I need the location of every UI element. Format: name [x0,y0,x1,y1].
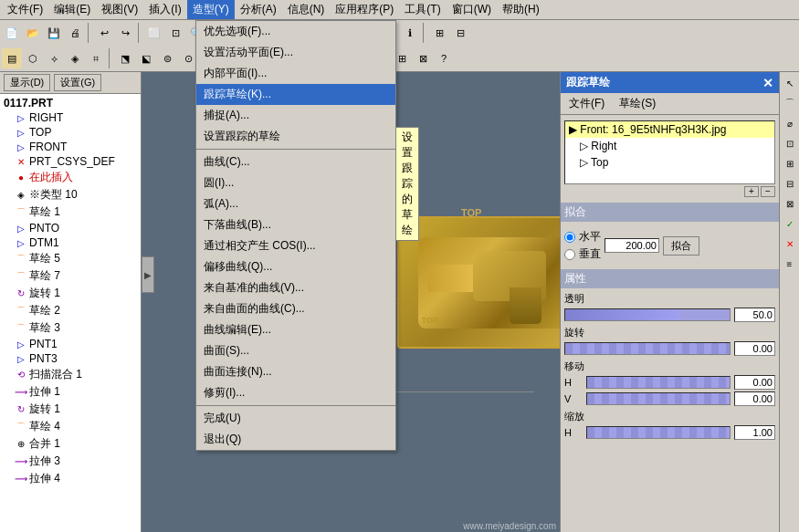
tree-item-front[interactable]: ▷ FRONT [2,140,139,154]
tb2-8[interactable]: ⊜ [157,48,177,68]
panel-menu-sketch[interactable]: 草绘(S) [612,94,663,113]
menu-app[interactable]: 应用程序(P) [330,0,399,19]
tb-undo[interactable]: ↩ [94,23,114,43]
menu-surface[interactable]: 曲面(S)... [196,340,395,361]
menu-snap[interactable]: 捕捉(A)... [196,105,395,126]
tree-item-pnt1[interactable]: ▷ PNT1 [2,337,139,351]
menu-arc[interactable]: 弧(A)... [196,193,395,214]
menu-internal-plane[interactable]: 内部平面(I)... [196,63,395,84]
menu-trim[interactable]: 修剪(I)... [196,382,395,403]
tree-item-insert[interactable]: ● 在此插入 [2,169,139,186]
tb2-6[interactable]: ⬔ [115,48,135,68]
menu-analysis[interactable]: 分析(A) [235,0,282,19]
menu-insert[interactable]: 插入(I) [143,0,186,19]
radio-vertical-input[interactable] [564,249,575,260]
add-btn[interactable]: + [744,186,759,197]
tree-item-sketch1[interactable]: ⌒ 草绘 1 [2,203,139,221]
tb2-4[interactable]: ◈ [65,48,85,68]
rtb-tool4[interactable]: ⊞ [781,154,799,172]
rtb-tool5[interactable]: ⊟ [781,174,799,193]
menu-surface-curve[interactable]: 来自曲面的曲线(C)... [196,298,395,319]
tree-item-pnt3[interactable]: ▷ PNT3 [2,351,139,366]
tree-item-extrude4[interactable]: ⟿ 拉伸 4 [2,470,139,487]
menu-complete[interactable]: 完成(U) [196,408,395,429]
radio-horizontal[interactable]: 水平 [564,229,601,245]
file-list-item-right[interactable]: ▷ Right [565,138,774,154]
menu-help[interactable]: 帮助(H) [497,0,545,19]
menu-preference[interactable]: 优先选项(F)... [196,21,395,42]
transparency-slider[interactable] [564,308,731,321]
menu-edit[interactable]: 编辑(E) [48,0,96,19]
tree-item-csys[interactable]: ✕ PRT_CSYS_DEF [2,154,139,169]
rtb-tool3[interactable]: ⊡ [781,134,799,152]
tb-extra1[interactable]: ⊞ [429,23,449,43]
radio-vertical[interactable]: 垂直 [564,246,601,262]
panel-toggle[interactable]: ▶ [142,256,154,293]
move-h-value[interactable] [734,375,775,390]
settings-btn[interactable]: 设置(G) [54,74,101,91]
tree-item-sketch5[interactable]: ⌒ 草绘 5 [2,250,139,267]
tree-item-type10[interactable]: ◈ ※类型 10 [2,186,139,203]
rtb-pointer[interactable]: ↖ [781,74,799,92]
rotation-slider[interactable] [564,342,731,355]
menu-zaoxing[interactable]: 造型(Y) [187,0,235,19]
move-h-slider[interactable] [586,376,731,389]
tree-item-revolve1[interactable]: ↻ 旋转 1 [2,401,139,418]
menu-window[interactable]: 窗口(W) [447,0,497,19]
tree-item-top[interactable]: ▷ TOP [2,125,139,140]
tb2-7[interactable]: ⬕ [136,48,156,68]
menu-curve[interactable]: 曲线(C)... [196,151,395,172]
menu-trace-sketch[interactable]: 跟踪草绘(K)... [196,84,395,105]
tb2-5[interactable]: ⌗ [86,48,106,68]
tree-item-right[interactable]: ▷ RIGHT [2,110,139,125]
tree-item-extrude1[interactable]: ⟿ 拉伸 1 [2,383,139,401]
tree-item-merge1[interactable]: ⊕ 合并 1 [2,435,139,453]
tree-item-dtm1[interactable]: ▷ DTM1 [2,235,139,250]
scale-h-value[interactable] [734,425,775,440]
move-v-value[interactable] [734,391,775,406]
menu-offset-curve[interactable]: 偏移曲线(Q)... [196,256,395,277]
rtb-tool2[interactable]: ⌀ [781,114,799,132]
menu-cos[interactable]: 通过相交产生 COS(I)... [196,235,395,256]
menu-file[interactable]: 文件(F) [2,0,48,19]
tb-info2[interactable]: ℹ [400,23,420,43]
tb-new[interactable]: 📄 [2,23,22,43]
tb-repaint[interactable]: ⬜ [144,23,164,43]
tb-extra2[interactable]: ⊟ [450,23,470,43]
rtb-tool7[interactable]: ≡ [781,255,799,273]
menu-curve-edit[interactable]: 曲线编辑(E)... [196,319,395,340]
rtb-tool1[interactable]: ⌒ [781,94,799,112]
tb-orient[interactable]: ⊡ [165,23,185,43]
tb2-19[interactable]: ⊠ [413,48,433,68]
tb2-3[interactable]: ⟡ [44,48,64,68]
tree-root[interactable]: 0117.PRT [2,96,139,110]
tree-item-sketch4[interactable]: ⌒ 草绘 4 [2,418,139,435]
tb2-1[interactable]: ▤ [2,48,22,68]
menu-surface-connect[interactable]: 曲面连接(N)... [196,361,395,382]
tb-print[interactable]: 🖨 [65,23,85,43]
file-list-item-top[interactable]: ▷ Top [565,154,774,171]
menu-datum-curve[interactable]: 来自基准的曲线(V)... [196,277,395,298]
panel-menu-file[interactable]: 文件(F) [562,94,612,113]
rotation-value[interactable] [734,341,775,356]
display-btn[interactable]: 显示(D) [4,74,50,91]
menu-circle[interactable]: 圆(I)... [196,172,395,193]
panel-close-btn[interactable]: ✕ [762,76,773,90]
menu-drop-curve[interactable]: 下落曲线(B)... [196,214,395,235]
tb2-20[interactable]: ? [434,48,454,68]
menu-tools[interactable]: 工具(T) [399,0,446,19]
tb-open[interactable]: 📂 [23,23,43,43]
tree-item-rotate1[interactable]: ↻ 旋转 1 [2,285,139,302]
move-v-slider[interactable] [586,392,731,405]
tb-save[interactable]: 💾 [44,23,64,43]
tree-item-sketch7[interactable]: ⌒ 草绘 7 [2,267,139,285]
file-list-item-front[interactable]: ▶ Front: 16_9E5tNHFq3H3K.jpg [565,121,774,138]
menu-set-trace-sketch[interactable]: 设置跟踪的草绘 [196,126,395,147]
rtb-cross[interactable]: ✕ [781,235,799,253]
tree-item-sketch3[interactable]: ⌒ 草绘 3 [2,319,139,337]
tree-item-pnto[interactable]: ▷ PNTO [2,221,139,235]
radio-horizontal-input[interactable] [564,232,575,243]
remove-btn[interactable]: − [761,186,775,197]
fit-button[interactable]: 拟合 [663,236,699,256]
tree-item-sketch2[interactable]: ⌒ 草绘 2 [2,302,139,319]
